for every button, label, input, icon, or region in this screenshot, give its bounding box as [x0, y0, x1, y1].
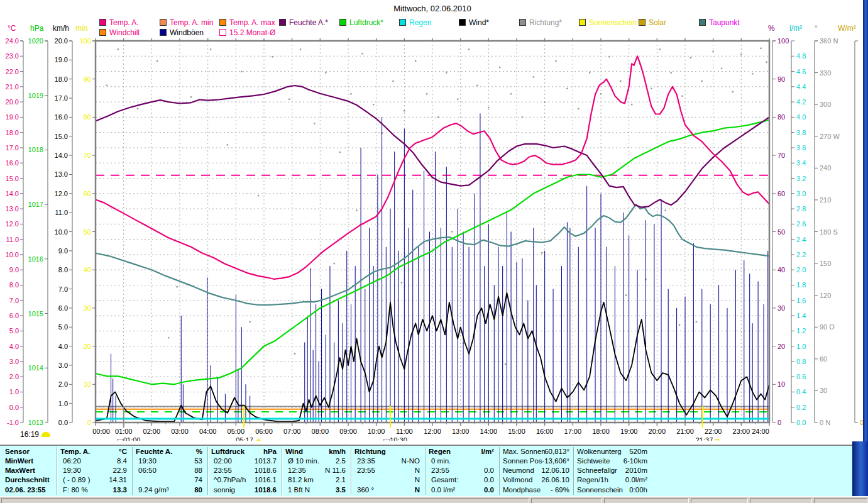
svg-text:2.0: 2.0 — [58, 380, 68, 388]
svg-text:1016: 1016 — [28, 255, 43, 263]
table-cell-value: 53 — [136, 457, 202, 465]
svg-text:3.8: 3.8 — [796, 129, 806, 136]
svg-text:10.0: 10.0 — [55, 228, 68, 236]
svg-text:3.6: 3.6 — [796, 144, 806, 152]
svg-text:120: 120 — [820, 292, 831, 299]
svg-text:1.0: 1.0 — [9, 388, 19, 395]
svg-text:40: 40 — [777, 266, 785, 274]
info-value: 520m — [577, 448, 647, 455]
svg-text:4.0: 4.0 — [58, 343, 68, 350]
table-col-header: Richtung — [354, 448, 386, 455]
table-cell-value: 8.4 — [60, 457, 127, 465]
info-value: 6-10km — [577, 457, 647, 465]
svg-text:12.0: 12.0 — [55, 190, 68, 197]
svg-text:03:00: 03:00 — [171, 428, 189, 435]
svg-text:2.0: 2.0 — [9, 373, 19, 380]
svg-text:1017: 1017 — [28, 201, 43, 208]
svg-text:70: 70 — [777, 152, 785, 159]
svg-text:1.4: 1.4 — [796, 312, 806, 319]
svg-text:11.0: 11.0 — [6, 236, 19, 243]
svg-text:0: 0 — [87, 419, 91, 426]
table-row-header: MinWert — [5, 457, 33, 465]
svg-text:1.8: 1.8 — [796, 281, 806, 289]
table-col-unit: hPa — [211, 448, 277, 455]
svg-text:0.0: 0.0 — [796, 419, 806, 426]
svg-text:10:00: 10:00 — [368, 428, 385, 435]
svg-text:15.0: 15.0 — [6, 175, 19, 182]
table-cell-value: 1013.7 — [211, 457, 277, 465]
table-cell-value: 1018.6 — [211, 467, 277, 474]
svg-text:80: 80 — [84, 113, 91, 121]
svg-text:0.0: 0.0 — [58, 419, 68, 426]
svg-text:3.0: 3.0 — [58, 362, 68, 369]
svg-text:5.0: 5.0 — [58, 323, 68, 331]
svg-text:80: 80 — [777, 113, 785, 121]
svg-text:60: 60 — [84, 190, 91, 197]
svg-text:20:00: 20:00 — [649, 428, 666, 435]
svg-text:22:00: 22:00 — [705, 428, 722, 435]
svg-text:300: 300 — [820, 101, 831, 108]
svg-text:180 S: 180 S — [820, 228, 838, 236]
svg-text:01:00: 01:00 — [115, 428, 133, 435]
weather-chart[interactable]: 24.023.022.021.020.019.018.017.016.015.0… — [0, 0, 868, 503]
svg-text:1020: 1020 — [28, 37, 43, 45]
svg-text:1.6: 1.6 — [796, 297, 806, 304]
status-panel — [691, 498, 748, 503]
svg-text:2.0: 2.0 — [796, 266, 806, 274]
table-cell-value: 74 — [136, 476, 202, 484]
svg-text:24:00: 24:00 — [752, 428, 769, 435]
table-cell-label: 0 min. — [431, 457, 451, 465]
status-panel — [750, 498, 812, 503]
svg-text:19:00: 19:00 — [620, 428, 638, 435]
svg-text:4.0: 4.0 — [9, 343, 19, 350]
svg-text:2.6: 2.6 — [796, 220, 806, 228]
moon-icon — [41, 432, 50, 437]
table-col-unit: °C — [60, 448, 127, 455]
svg-text:16:00: 16:00 — [536, 428, 554, 435]
y-axis-tempC: 24.023.022.021.020.019.018.017.016.015.0… — [6, 37, 23, 426]
svg-text:13.0: 13.0 — [55, 170, 68, 178]
svg-text:18:00: 18:00 — [592, 428, 610, 435]
svg-text:1015: 1015 — [28, 310, 43, 318]
svg-text:0.0: 0.0 — [9, 404, 19, 411]
svg-text:1013: 1013 — [28, 419, 43, 426]
svg-text:7.0: 7.0 — [9, 297, 19, 304]
svg-text:4.2: 4.2 — [796, 98, 806, 106]
svg-text:2.8: 2.8 — [796, 205, 806, 213]
table-col-unit: km/h — [285, 448, 346, 455]
status-panel — [531, 498, 602, 503]
svg-text:3.0: 3.0 — [9, 358, 19, 365]
svg-text:270 W: 270 W — [820, 133, 840, 140]
svg-text:70: 70 — [84, 152, 91, 159]
status-panel — [1, 498, 529, 503]
svg-text:10: 10 — [777, 380, 785, 388]
svg-text:-1.0: -1.0 — [7, 419, 19, 426]
svg-text:09:00: 09:00 — [339, 428, 357, 435]
info-value: -13,606° — [503, 457, 569, 465]
table-row-header: Durchschnitt — [5, 476, 50, 484]
table-cell-value: N 11.6 — [285, 467, 346, 474]
table-col-unit: l/m² — [429, 448, 494, 455]
table-cell-value: 3.5 — [285, 486, 346, 494]
sensor-summary-table: SensorMinWertMaxWertDurchschnitt02.06. 2… — [0, 445, 852, 496]
table-cell-value: N — [354, 467, 420, 474]
y-axis-kmh: 20.019.018.017.016.015.014.013.012.011.0… — [55, 37, 72, 426]
svg-text:0.6: 0.6 — [796, 373, 806, 380]
info-value: 0:00h — [577, 486, 647, 494]
svg-text:0.4: 0.4 — [796, 388, 806, 395]
svg-text:15:00: 15:00 — [508, 428, 525, 435]
table-row-header: 02.06. 23:55 — [5, 486, 46, 494]
svg-text:1.0: 1.0 — [58, 400, 68, 407]
svg-text:08:00: 08:00 — [312, 428, 329, 435]
svg-text:1014: 1014 — [28, 364, 43, 372]
svg-text:17.0: 17.0 — [6, 144, 19, 152]
svg-text:360 N: 360 N — [820, 37, 838, 45]
svg-text:50: 50 — [777, 228, 785, 236]
svg-text:23:00: 23:00 — [733, 428, 750, 435]
svg-text:9.0: 9.0 — [9, 266, 19, 274]
svg-text:16.0: 16.0 — [55, 113, 68, 121]
svg-text:90: 90 — [84, 75, 91, 83]
table-cell-value: 1016.1 — [211, 476, 277, 484]
svg-text:24.0: 24.0 — [6, 37, 19, 45]
info-value: 26.06.10 — [503, 476, 569, 484]
